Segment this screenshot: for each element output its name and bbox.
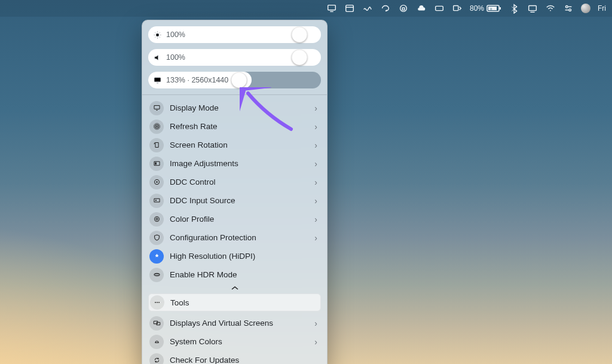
ddc-control-icon [149,175,164,189]
brightness-value-label: 100% [166,30,185,39]
menu-ddc-input-source[interactable]: DDC Input Source › [148,191,321,210]
display-menubar-icon[interactable] [326,3,337,14]
svg-point-28 [155,218,157,220]
svg-rect-3 [402,8,405,10]
menu-label: Enable HDR Mode [170,270,320,279]
svg-point-13 [569,9,571,11]
menu-check-for-updates[interactable]: Check For Updates [148,351,321,364]
menu-label: Displays And Virtual Screens [170,319,308,328]
screen-rotation-icon [149,138,164,152]
brightness-slider[interactable]: 100% [148,26,321,43]
svg-point-30 [155,274,159,276]
menu-high-resolution[interactable]: High Resolution (HiDPI) [148,247,321,265]
wifi-icon[interactable] [545,3,556,14]
svg-rect-20 [155,143,158,148]
section-tools[interactable]: Tools [148,293,321,311]
clock-day-label[interactable]: Fri [598,4,606,13]
system-colors-icon [149,335,164,349]
svg-rect-4 [436,6,443,10]
hidpi-icon [149,249,164,264]
menu-ddc-control[interactable]: DDC Control › [148,173,321,191]
svg-point-11 [550,10,551,11]
menu-label: Screen Rotation [170,140,308,149]
menu-screen-rotation[interactable]: Screen Rotation › [148,136,321,154]
display-icon [148,72,166,88]
squiggle-icon[interactable] [362,3,373,14]
resolution-value-label: 133% · 2560x1440 [166,76,228,84]
brightness-icon [148,26,166,43]
menu-system-colors[interactable]: System Colors › [148,332,321,351]
menu-displays-virtual-screens[interactable]: Displays And Virtual Screens › [148,314,321,332]
svg-point-17 [156,126,158,127]
svg-point-14 [156,33,159,36]
chevron-right-icon: › [314,122,320,131]
resolution-slider[interactable]: 133% · 2560x1440 [148,72,321,88]
control-center-icon[interactable] [563,3,574,14]
menu-label: System Colors [170,337,308,346]
menu-label: Configuration Protection [170,233,308,242]
menu-list: Display Mode › Refresh Rate › Screen Rot… [148,99,321,364]
divider [142,94,327,95]
chevron-right-icon: › [314,159,320,169]
menu-color-profile[interactable]: Color Profile › [148,210,321,228]
chevron-right-icon: › [314,319,320,328]
menu-configuration-protection[interactable]: Configuration Protection › [148,228,321,247]
shield-icon [149,231,164,245]
screenshare-icon[interactable] [527,3,538,14]
mirror-icon[interactable] [452,3,463,14]
battery-status[interactable]: 80% II [470,4,502,13]
menu-image-adjustments[interactable]: Image Adjustments › [148,154,321,173]
updates-icon [149,353,164,365]
chevron-right-icon: › [314,196,320,206]
calendar-app-icon[interactable] [344,3,355,14]
cloud-icon[interactable] [416,3,427,14]
menu-refresh-rate[interactable]: Refresh Rate › [148,117,321,136]
section-label: Tools [170,298,319,307]
svg-point-12 [566,6,568,8]
volume-slider-knob[interactable] [292,50,307,65]
chevron-right-icon: › [314,178,320,187]
menu-label: DDC Control [170,178,308,186]
chevron-right-icon: › [314,140,320,150]
menu-label: Refresh Rate [170,122,308,131]
menu-enable-hdr[interactable]: Enable HDR Mode [148,265,321,284]
brightness-slider-knob[interactable] [292,27,307,42]
svg-rect-0 [328,5,336,10]
display-mode-icon [149,101,164,115]
resolution-slider-knob[interactable] [231,72,247,88]
svg-point-33 [158,302,160,303]
menu-label: Color Profile [170,215,308,224]
svg-rect-1 [346,5,354,12]
menu-label: High Resolution (HiDPI) [170,252,320,261]
siri-icon[interactable] [581,4,590,13]
svg-point-31 [155,302,156,303]
keyboard-icon[interactable] [434,3,445,14]
bluetooth-icon[interactable] [509,3,520,14]
chevron-right-icon: › [314,215,320,224]
menu-label: DDC Input Source [170,196,308,205]
svg-rect-26 [155,200,156,201]
menu-display-mode[interactable]: Display Mode › [148,99,321,117]
lock-shield-icon[interactable] [398,3,409,14]
displays-icon [149,316,164,331]
battery-percent-label: 80% [470,4,484,13]
svg-text:II: II [490,7,492,11]
volume-slider[interactable]: 100% [148,49,321,66]
svg-rect-22 [155,163,157,165]
svg-point-27 [154,217,159,222]
svg-rect-5 [454,6,458,11]
ddc-input-source-icon [149,194,164,208]
svg-rect-10 [529,6,537,11]
svg-rect-25 [154,198,159,202]
volume-value-label: 100% [166,53,185,62]
menu-label: Image Adjustments [170,159,308,168]
svg-point-18 [155,124,159,129]
svg-point-24 [156,181,158,183]
svg-rect-16 [154,106,159,109]
color-profile-icon [149,212,164,227]
svg-rect-7 [500,7,501,10]
expand-caret[interactable] [148,284,321,292]
svg-rect-15 [154,78,161,82]
vpn-icon[interactable] [380,3,391,14]
volume-icon [148,49,166,66]
